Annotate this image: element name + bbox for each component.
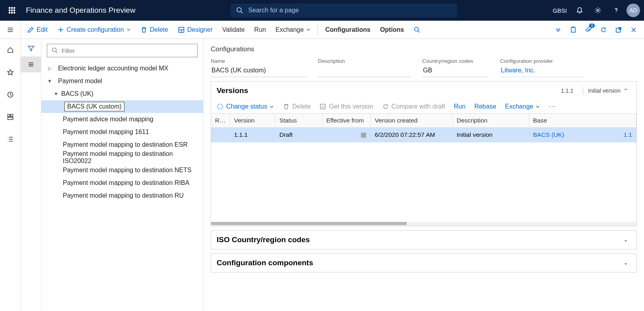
caret-down-icon[interactable]: ▼ xyxy=(52,91,60,97)
config-components-header[interactable]: Configuration components ⌄ xyxy=(211,254,636,272)
table-row[interactable]: 1.1.1 Draft ▦ 6/2/2020 07:22:57 AM Initi… xyxy=(211,127,636,142)
nav-rail xyxy=(0,39,21,311)
versions-group: Versions 1.1.1 Initial version ⌃ Change … xyxy=(211,81,637,226)
tree-filter[interactable] xyxy=(47,44,198,57)
version-delete-button[interactable]: Delete xyxy=(283,103,310,110)
avatar[interactable]: AD xyxy=(627,4,640,17)
tree-node[interactable]: ▷Electronic ledger accounting model MX xyxy=(41,62,203,75)
version-run-button[interactable]: Run xyxy=(454,103,466,110)
tree-node[interactable]: ▼Payment model xyxy=(41,75,203,87)
config-components-group: Configuration components ⌄ xyxy=(211,253,637,272)
compare-button[interactable]: Compare with draft xyxy=(382,103,445,110)
find-button[interactable] xyxy=(409,21,425,39)
refresh-icon[interactable] xyxy=(596,23,611,37)
help-icon[interactable] xyxy=(608,2,624,18)
svg-line-41 xyxy=(56,52,58,53)
col-base[interactable]: Base xyxy=(529,114,636,127)
name-label: Name xyxy=(211,58,307,64)
svg-point-18 xyxy=(415,27,419,31)
cell-version: 1.1.1 xyxy=(230,127,275,142)
col-r[interactable]: R… xyxy=(211,114,230,127)
edit-button[interactable]: Edit xyxy=(22,21,52,39)
versions-grid: R… Version Status Effective from Version… xyxy=(211,113,636,226)
filter-icon[interactable] xyxy=(21,41,41,56)
col-description[interactable]: Description xyxy=(452,114,529,127)
svg-point-11 xyxy=(597,10,599,12)
tree-node[interactable]: Payment model mapping to destination RIB… xyxy=(41,177,203,189)
attachments-icon[interactable] xyxy=(581,23,596,37)
more-icon[interactable]: ··· xyxy=(549,103,556,110)
tree-filter-input[interactable] xyxy=(62,47,193,54)
col-status[interactable]: Status xyxy=(275,114,322,127)
list-view-icon[interactable] xyxy=(21,56,41,72)
description-value[interactable] xyxy=(318,65,411,77)
company-label[interactable]: GBSI xyxy=(553,7,567,14)
close-icon[interactable] xyxy=(627,23,641,37)
workspace: ▷Electronic ledger accounting model MX ▼… xyxy=(0,39,644,311)
designer-button[interactable]: Designer xyxy=(173,21,217,39)
col-effective[interactable]: Effective from xyxy=(322,114,370,127)
favorites-icon[interactable] xyxy=(3,65,17,80)
chevron-down-icon[interactable]: ⌄ xyxy=(621,260,631,266)
paste-icon[interactable] xyxy=(566,23,580,37)
caret-right-icon[interactable]: ▷ xyxy=(45,66,54,71)
svg-rect-30 xyxy=(8,117,13,120)
main-panel: Configurations NameBACS (UK custom) Desc… xyxy=(204,39,644,311)
popout-icon[interactable] xyxy=(611,23,626,37)
col-created[interactable]: Version created xyxy=(370,114,452,127)
svg-rect-29 xyxy=(11,115,13,117)
caret-down-icon[interactable]: ▼ xyxy=(45,78,54,84)
config-components-title: Configuration components xyxy=(217,259,313,267)
provider-value[interactable]: Litware, Inc. xyxy=(500,65,584,77)
workspaces-icon[interactable] xyxy=(3,110,17,124)
versions-summary-ver: 1.1.1 xyxy=(561,87,573,94)
name-value[interactable]: BACS (UK custom) xyxy=(211,65,307,77)
versions-header[interactable]: Versions 1.1.1 Initial version ⌃ xyxy=(211,82,636,100)
tree-node-selected[interactable]: BACS (UK custom) xyxy=(41,100,203,113)
horizontal-scrollbar[interactable] xyxy=(211,222,636,226)
iso-codes-header[interactable]: ISO Country/region codes ⌄ xyxy=(211,231,636,249)
create-configuration-button[interactable]: Create configuration xyxy=(52,21,136,39)
recent-icon[interactable] xyxy=(3,87,17,102)
tree-node[interactable]: Payment model mapping to destination ISO… xyxy=(41,151,203,164)
tree-node[interactable]: Payment model mapping 1611 xyxy=(41,126,203,138)
related-icon[interactable] xyxy=(551,23,565,37)
cell-base[interactable]: BACS (UK) xyxy=(533,131,564,138)
gear-icon[interactable] xyxy=(590,2,606,18)
modules-icon[interactable] xyxy=(3,132,17,146)
run-button[interactable]: Run xyxy=(250,21,271,39)
chevron-up-icon[interactable]: ⌃ xyxy=(621,88,631,93)
tree-node[interactable]: Payment model mapping to destination NET… xyxy=(41,164,203,177)
change-status-button[interactable]: Change status xyxy=(217,103,274,110)
search-input[interactable] xyxy=(248,7,452,14)
svg-point-4 xyxy=(11,10,12,11)
home-icon[interactable] xyxy=(3,43,17,57)
tree-node[interactable]: ▼BACS (UK) xyxy=(41,87,203,100)
get-version-button[interactable]: Get this version xyxy=(319,103,373,110)
chevron-down-icon[interactable]: ⌄ xyxy=(621,237,631,243)
calendar-icon[interactable]: ▦ xyxy=(361,131,367,138)
hamburger-icon[interactable] xyxy=(0,21,21,39)
codes-value[interactable]: GB xyxy=(422,65,489,77)
tree-node[interactable]: Payment advice model mapping xyxy=(41,113,203,126)
page-heading: Configurations xyxy=(211,45,637,53)
version-exchange-button[interactable]: Exchange xyxy=(505,103,540,110)
tree-node[interactable]: Payment model mapping to destination ESR xyxy=(41,138,203,151)
svg-point-1 xyxy=(11,7,12,8)
col-version[interactable]: Version xyxy=(230,114,275,127)
options-tab[interactable]: Options xyxy=(375,21,409,39)
config-tree: ▷Electronic ledger accounting model MX ▼… xyxy=(41,60,203,204)
bell-icon[interactable] xyxy=(572,2,588,18)
svg-point-3 xyxy=(9,10,10,11)
waffle-icon[interactable] xyxy=(4,2,20,18)
svg-point-12 xyxy=(616,12,617,13)
tree-node[interactable]: Payment model mapping to destination RU xyxy=(41,189,203,202)
codes-label: Country/region codes xyxy=(422,58,489,64)
delete-button[interactable]: Delete xyxy=(136,21,173,39)
search-box[interactable] xyxy=(231,4,457,17)
exchange-button[interactable]: Exchange xyxy=(271,21,315,39)
rebase-button[interactable]: Rebase xyxy=(474,103,496,110)
validate-button[interactable]: Validate xyxy=(217,21,250,39)
cell-base-ver: 1.1 xyxy=(623,131,632,138)
configurations-tab[interactable]: Configurations xyxy=(320,21,375,39)
